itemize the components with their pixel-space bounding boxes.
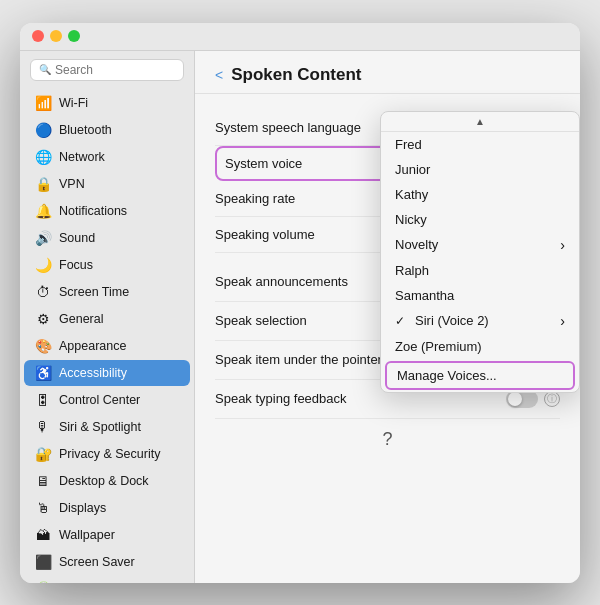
sidebar-item-displays[interactable]: 🖱Displays	[24, 495, 190, 521]
sidebar-item-focus[interactable]: 🌙Focus	[24, 252, 190, 278]
sidebar-item-notifications[interactable]: 🔔Notifications	[24, 198, 190, 224]
network-icon: 🌐	[34, 148, 52, 166]
vpn-icon: 🔒	[34, 175, 52, 193]
dropdown-item-manage[interactable]: Manage Voices...	[385, 361, 575, 390]
sidebar-item-siri[interactable]: 🎙Siri & Spotlight	[24, 414, 190, 440]
general-icon: ⚙	[34, 310, 52, 328]
sidebar-item-privacy[interactable]: 🔐Privacy & Security	[24, 441, 190, 467]
sidebar-item-label-bluetooth: Bluetooth	[59, 123, 112, 137]
sidebar-item-label-displays: Displays	[59, 501, 106, 515]
main-panel: < Spoken Content System speech language …	[195, 51, 580, 583]
dropdown-item-fred[interactable]: Fred	[381, 132, 579, 157]
dropdown-item-siri[interactable]: Siri (Voice 2)	[381, 308, 579, 334]
sidebar-item-label-battery: Battery	[59, 582, 99, 583]
bluetooth-icon: 🔵	[34, 121, 52, 139]
sidebar-item-general[interactable]: ⚙General	[24, 306, 190, 332]
sidebar-item-label-general: General	[59, 312, 103, 326]
screentime-icon: ⏱	[34, 283, 52, 301]
main-content-area: 🔍 📶Wi-Fi🔵Bluetooth🌐Network🔒VPN🔔Notificat…	[20, 51, 580, 583]
back-button[interactable]: <	[215, 67, 223, 83]
dropdown-item-kathy[interactable]: Kathy	[381, 182, 579, 207]
dropdown-item-nicky[interactable]: Nicky	[381, 207, 579, 232]
minimize-button[interactable]	[50, 30, 62, 42]
sidebar: 🔍 📶Wi-Fi🔵Bluetooth🌐Network🔒VPN🔔Notificat…	[20, 51, 195, 583]
help-button[interactable]: ?	[215, 419, 560, 460]
sidebar-item-label-screentime: Screen Time	[59, 285, 129, 299]
sidebar-item-label-accessibility: Accessibility	[59, 366, 127, 380]
search-input[interactable]	[55, 63, 175, 77]
sidebar-item-label-controlcenter: Control Center	[59, 393, 140, 407]
desktop-icon: 🖥	[34, 472, 52, 490]
close-button[interactable]	[32, 30, 44, 42]
settings-window: 🔍 📶Wi-Fi🔵Bluetooth🌐Network🔒VPN🔔Notificat…	[20, 23, 580, 583]
sidebar-item-label-vpn: VPN	[59, 177, 85, 191]
sidebar-item-wifi[interactable]: 📶Wi-Fi	[24, 90, 190, 116]
sidebar-item-label-notifications: Notifications	[59, 204, 127, 218]
sidebar-item-label-privacy: Privacy & Security	[59, 447, 160, 461]
speak-typing-info[interactable]: ⓘ	[544, 391, 560, 407]
main-header: < Spoken Content	[195, 51, 580, 94]
sidebar-item-battery[interactable]: 🔋Battery	[24, 576, 190, 583]
dropdown-items: FredJuniorKathyNickyNoveltyRalphSamantha…	[381, 132, 579, 390]
controlcenter-icon: 🎛	[34, 391, 52, 409]
sidebar-list: 📶Wi-Fi🔵Bluetooth🌐Network🔒VPN🔔Notificatio…	[20, 89, 194, 583]
titlebar	[20, 23, 580, 51]
sidebar-item-label-wallpaper: Wallpaper	[59, 528, 115, 542]
sidebar-item-screensaver[interactable]: ⬛Screen Saver	[24, 549, 190, 575]
sidebar-item-desktop[interactable]: 🖥Desktop & Dock	[24, 468, 190, 494]
maximize-button[interactable]	[68, 30, 80, 42]
privacy-icon: 🔐	[34, 445, 52, 463]
voice-dropdown: ▲ FredJuniorKathyNickyNoveltyRalphSamant…	[380, 111, 580, 393]
wifi-icon: 📶	[34, 94, 52, 112]
notifications-icon: 🔔	[34, 202, 52, 220]
sidebar-item-label-screensaver: Screen Saver	[59, 555, 135, 569]
sidebar-item-screentime[interactable]: ⏱Screen Time	[24, 279, 190, 305]
sidebar-item-controlcenter[interactable]: 🎛Control Center	[24, 387, 190, 413]
sidebar-item-bluetooth[interactable]: 🔵Bluetooth	[24, 117, 190, 143]
dropdown-item-samantha[interactable]: Samantha	[381, 283, 579, 308]
sidebar-item-label-wifi: Wi-Fi	[59, 96, 88, 110]
appearance-icon: 🎨	[34, 337, 52, 355]
search-box[interactable]: 🔍	[30, 59, 184, 81]
sound-icon: 🔊	[34, 229, 52, 247]
sidebar-item-sound[interactable]: 🔊Sound	[24, 225, 190, 251]
focus-icon: 🌙	[34, 256, 52, 274]
accessibility-icon: ♿	[34, 364, 52, 382]
dropdown-item-junior[interactable]: Junior	[381, 157, 579, 182]
displays-icon: 🖱	[34, 499, 52, 517]
wallpaper-icon: 🏔	[34, 526, 52, 544]
sidebar-item-label-desktop: Desktop & Dock	[59, 474, 149, 488]
sidebar-item-label-sound: Sound	[59, 231, 95, 245]
speak-typing-label: Speak typing feedback	[215, 391, 506, 406]
dropdown-header: ▲	[381, 112, 579, 132]
chevron-up-icon: ▲	[475, 116, 485, 127]
sidebar-item-vpn[interactable]: 🔒VPN	[24, 171, 190, 197]
siri-icon: 🎙	[34, 418, 52, 436]
screensaver-icon: ⬛	[34, 553, 52, 571]
speaking-rate-label: Speaking rate	[215, 191, 404, 206]
search-icon: 🔍	[39, 64, 51, 75]
dropdown-item-zoe[interactable]: Zoe (Premium)	[381, 334, 579, 359]
page-title: Spoken Content	[231, 65, 361, 85]
sidebar-item-wallpaper[interactable]: 🏔Wallpaper	[24, 522, 190, 548]
sidebar-item-accessibility[interactable]: ♿Accessibility	[24, 360, 190, 386]
dropdown-item-ralph[interactable]: Ralph	[381, 258, 579, 283]
sidebar-item-appearance[interactable]: 🎨Appearance	[24, 333, 190, 359]
sidebar-item-label-appearance: Appearance	[59, 339, 126, 353]
dropdown-item-novelty[interactable]: Novelty	[381, 232, 579, 258]
sidebar-item-label-network: Network	[59, 150, 105, 164]
traffic-lights	[32, 30, 80, 42]
battery-icon: 🔋	[34, 580, 52, 583]
sidebar-item-label-siri: Siri & Spotlight	[59, 420, 141, 434]
sidebar-item-label-focus: Focus	[59, 258, 93, 272]
sidebar-item-network[interactable]: 🌐Network	[24, 144, 190, 170]
